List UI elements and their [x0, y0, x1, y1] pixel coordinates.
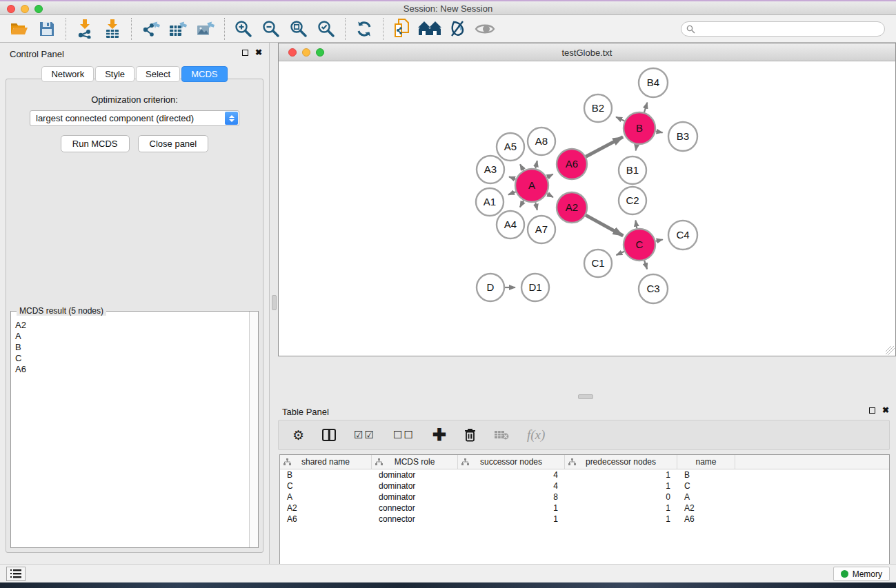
cell-name[interactable]: B: [677, 470, 735, 480]
cell-successor-nodes[interactable]: 8: [458, 492, 565, 502]
zoom-fit-icon[interactable]: [285, 17, 312, 41]
edge-A6-B[interactable]: [586, 137, 623, 157]
import-network-icon[interactable]: [71, 17, 99, 41]
edge-A-A7[interactable]: [535, 202, 537, 210]
table-row[interactable]: Bdominator41B: [280, 469, 889, 480]
save-session-icon[interactable]: [33, 17, 61, 41]
cell-shared-name[interactable]: B: [280, 470, 372, 480]
resize-grip[interactable]: [886, 346, 895, 355]
result-item[interactable]: B: [15, 342, 249, 353]
export-image-icon[interactable]: [192, 17, 219, 41]
hide-graphics-details-icon[interactable]: [444, 17, 471, 41]
cell-MCDS-role[interactable]: connector: [372, 503, 458, 513]
zoom-out-icon[interactable]: [257, 17, 285, 41]
vertical-splitter-handle[interactable]: [272, 295, 277, 310]
cell-shared-name[interactable]: C: [280, 481, 372, 491]
edge-A-A4[interactable]: [520, 201, 524, 207]
cell-predecessor-nodes[interactable]: 1: [565, 470, 677, 480]
memory-button[interactable]: Memory: [833, 567, 890, 581]
cell-successor-nodes[interactable]: 4: [458, 481, 565, 491]
run-mcds-button[interactable]: Run MCDS: [61, 135, 130, 152]
column-header-predecessor-nodes[interactable]: predecessor nodes: [565, 455, 677, 469]
column-header-shared-name[interactable]: shared name: [280, 455, 372, 469]
cell-predecessor-nodes[interactable]: 1: [565, 514, 677, 524]
task-history-button[interactable]: [6, 567, 26, 581]
cell-name[interactable]: A6: [677, 514, 735, 524]
float-panel-icon[interactable]: [242, 50, 248, 56]
open-file-icon[interactable]: [6, 17, 33, 41]
tab-select[interactable]: Select: [136, 66, 180, 82]
column-header-MCDS-role[interactable]: MCDS role: [372, 455, 458, 469]
cell-predecessor-nodes[interactable]: 0: [565, 492, 677, 502]
zoom-selected-icon[interactable]: [312, 17, 340, 41]
cell-predecessor-nodes[interactable]: 1: [565, 481, 677, 491]
cell-MCDS-role[interactable]: dominator: [372, 492, 458, 502]
export-table-icon[interactable]: [164, 17, 192, 41]
refresh-layout-icon[interactable]: [350, 17, 378, 41]
edge-A-A5[interactable]: [520, 164, 524, 170]
birds-eye-view-icon[interactable]: [471, 17, 499, 41]
zoom-in-icon[interactable]: [230, 17, 257, 41]
deselect-all-columns-icon[interactable]: ☐☐: [393, 429, 415, 441]
result-scrollbar[interactable]: [249, 312, 258, 547]
cell-predecessor-nodes[interactable]: 1: [565, 503, 677, 513]
table-row[interactable]: Cdominator41C: [280, 480, 889, 491]
tab-network[interactable]: Network: [41, 66, 94, 82]
network-from-selection-icon[interactable]: [388, 17, 416, 41]
search-input[interactable]: [681, 21, 885, 37]
cell-name[interactable]: A2: [677, 503, 735, 513]
cell-MCDS-role[interactable]: dominator: [372, 470, 458, 480]
network-window-titlebar[interactable]: testGlobe.txt: [279, 43, 895, 61]
close-panel-button[interactable]: Close panel: [138, 135, 209, 152]
result-item[interactable]: C: [15, 353, 249, 364]
network-canvas[interactable]: AA1A2A3A4A5A6A7A8BB1B2B3B4CC1C2C3C4DD1: [279, 61, 895, 356]
edge-C-C1[interactable]: [616, 252, 624, 255]
select-all-columns-icon[interactable]: ☑☑: [354, 429, 375, 441]
close-panel-icon[interactable]: ✖: [255, 49, 262, 56]
cell-shared-name[interactable]: A: [280, 492, 372, 502]
edge-A-A2[interactable]: [547, 194, 553, 197]
edge-A-A3[interactable]: [509, 176, 516, 179]
settings-gear-icon[interactable]: ⚙: [292, 427, 304, 443]
cell-MCDS-role[interactable]: connector: [372, 514, 458, 524]
cell-name[interactable]: A: [677, 492, 735, 502]
delete-column-icon[interactable]: [464, 428, 476, 442]
edge-C-C4[interactable]: [655, 240, 662, 241]
add-column-icon[interactable]: ✚: [432, 425, 446, 445]
edge-A-A1[interactable]: [508, 192, 516, 194]
cell-shared-name[interactable]: A6: [280, 514, 372, 524]
close-table-panel-icon[interactable]: ✖: [882, 407, 889, 414]
edge-C-C3[interactable]: [644, 261, 647, 269]
edge-B-B3[interactable]: [656, 131, 663, 132]
edge-A-A8[interactable]: [535, 161, 537, 168]
tab-style[interactable]: Style: [95, 66, 135, 82]
home-icon[interactable]: [416, 17, 444, 41]
table-row[interactable]: A2connector11A2: [280, 503, 889, 514]
column-header-name[interactable]: name: [677, 455, 735, 469]
cell-successor-nodes[interactable]: 1: [458, 514, 565, 524]
table-row[interactable]: Adominator80A: [280, 491, 889, 503]
result-item[interactable]: A6: [15, 364, 249, 375]
cell-name[interactable]: C: [677, 481, 735, 491]
delete-table-icon[interactable]: [494, 429, 509, 440]
edge-A-A6[interactable]: [547, 174, 553, 178]
tab-mcds[interactable]: MCDS: [181, 66, 227, 82]
float-table-panel-icon[interactable]: [869, 407, 875, 414]
edge-C-C2[interactable]: [635, 221, 637, 229]
cell-successor-nodes[interactable]: 1: [458, 503, 565, 513]
table-row[interactable]: A6connector11A6: [280, 514, 889, 525]
result-item[interactable]: A: [15, 331, 249, 342]
split-view-icon[interactable]: [322, 429, 336, 441]
import-table-icon[interactable]: [99, 17, 126, 41]
function-builder-icon[interactable]: f(x): [527, 427, 545, 443]
edge-B-B1[interactable]: [636, 145, 637, 151]
horizontal-splitter-handle[interactable]: [578, 394, 593, 399]
edge-B-B2[interactable]: [616, 117, 624, 121]
column-header-successor-nodes[interactable]: successor nodes: [458, 455, 565, 469]
edge-A2-C[interactable]: [586, 215, 623, 236]
edge-B-B4[interactable]: [644, 103, 647, 112]
cell-successor-nodes[interactable]: 4: [458, 470, 565, 480]
cell-shared-name[interactable]: A2: [280, 503, 372, 513]
cell-MCDS-role[interactable]: dominator: [372, 481, 458, 491]
criterion-dropdown[interactable]: largest connected component (directed): [30, 110, 239, 126]
